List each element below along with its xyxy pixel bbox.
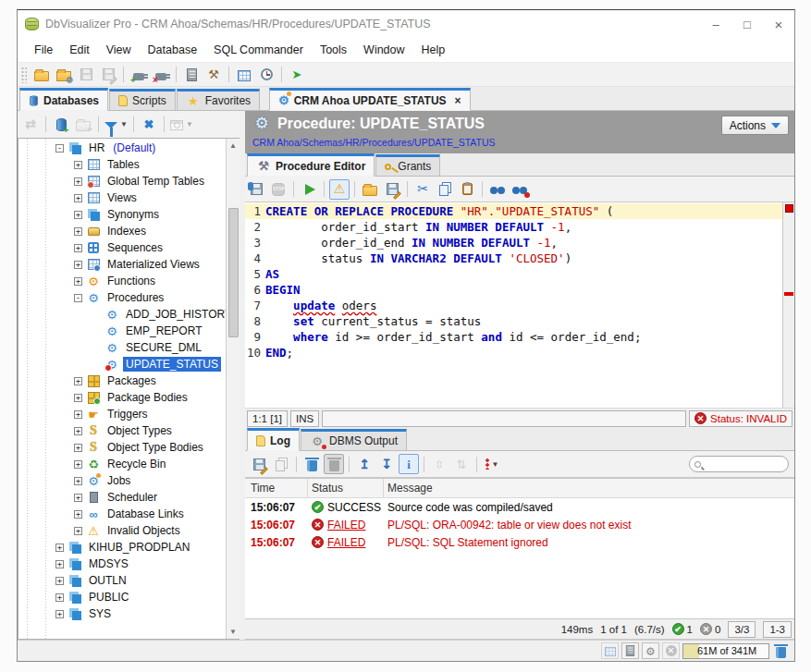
tree-expand-box[interactable]: + [74, 161, 82, 169]
close-button[interactable]: × [763, 10, 794, 38]
tree-item-tables[interactable]: +Tables [18, 156, 226, 173]
log-table-header[interactable]: Time Status Message [245, 479, 794, 498]
collapse-all-button[interactable] [139, 115, 159, 135]
tree-expand-box[interactable]: + [74, 261, 82, 269]
scrollbar-thumb[interactable] [228, 208, 239, 337]
menu-file[interactable]: File [27, 40, 60, 60]
save-as-button[interactable] [249, 454, 269, 474]
tree-item-database-links[interactable]: +Database Links [18, 506, 226, 522]
code-line-5[interactable]: 5AS [245, 266, 782, 282]
copy-button[interactable] [435, 179, 455, 200]
server-status-button[interactable] [621, 642, 639, 659]
menu-database[interactable]: Database [141, 40, 205, 60]
tree-expand-box[interactable]: + [74, 244, 82, 252]
tree-item-package-bodies[interactable]: +Package Bodies [18, 389, 226, 406]
tab-grants[interactable]: Grants [375, 154, 440, 176]
code-line-4[interactable]: 4 status IN VARCHAR2 DEFAULT 'CLOSED') [245, 250, 782, 266]
tab-scripts[interactable]: Scripts [109, 89, 176, 110]
code-line-7[interactable]: 7 update oders [245, 298, 782, 313]
tree-expand-box[interactable]: + [74, 277, 82, 286]
log-row[interactable]: 15:06:07✕FAILEDPL/SQL: ORA-00942: table … [245, 516, 794, 533]
save-proc-button[interactable] [246, 179, 266, 200]
tree-item-sys[interactable]: +SYS [18, 605, 226, 622]
tab-crm-ahoa-update-status[interactable]: CRM Ahoa UPDATE_STATUS × [269, 88, 471, 111]
cancel-status-button[interactable]: ✕ [662, 642, 680, 659]
grid-status-button[interactable] [601, 642, 619, 659]
tree-expand-box[interactable]: + [55, 577, 64, 585]
toolbar-grip[interactable] [21, 67, 27, 83]
log-search-input[interactable] [705, 458, 779, 470]
connect-button[interactable]: + [129, 65, 149, 85]
tree-item-materialized-views[interactable]: +Materialized Views [18, 256, 226, 273]
code-line-3[interactable]: 3 order_id_end IN NUMBER DEFAULT -1, [245, 235, 782, 250]
tree-expand-box[interactable]: + [74, 444, 82, 452]
scroll-bottom-button[interactable] [376, 454, 397, 474]
tree-expand-box[interactable]: + [74, 510, 82, 519]
tree-item-global-temp-tables[interactable]: +Global Temp Tables [18, 173, 226, 189]
code-line-9[interactable]: 9 where id >= order_id_start and id <= o… [245, 329, 782, 345]
column-time[interactable]: Time [245, 479, 308, 497]
tab-log[interactable]: Log [247, 428, 300, 451]
log-row[interactable]: 15:06:07✔SUCCESSSource code was compiled… [245, 498, 794, 516]
tree-scrollbar[interactable]: ▲ ▼ [226, 139, 240, 639]
column-message[interactable]: Message [384, 482, 794, 495]
error-marker-top[interactable] [785, 204, 793, 213]
tree-item-sequences[interactable]: +Sequences [18, 239, 226, 256]
tree-item-public[interactable]: +PUBLIC [18, 589, 226, 605]
tree-expand-box[interactable]: + [74, 427, 82, 435]
tree-expand-box[interactable]: + [74, 410, 82, 419]
memory-gauge[interactable]: 61M of 341M [682, 643, 769, 659]
actions-button[interactable]: Actions [721, 116, 789, 135]
code-line-8[interactable]: 8 set current_status = status [245, 313, 782, 329]
open-folder-button[interactable] [360, 179, 380, 200]
tree-expand-box[interactable]: + [55, 560, 64, 568]
scroll-top-button[interactable] [354, 454, 375, 474]
tree-expand-box[interactable]: + [55, 593, 64, 602]
tree-item-add-job-history[interactable]: ADD_JOB_HISTORY [18, 306, 226, 323]
tree-item-mdsys[interactable]: +MDSYS [18, 556, 226, 572]
tree-collapse-box[interactable]: - [55, 144, 64, 153]
code-line-1[interactable]: 1CREATE OR REPLACE PROCEDURE "HR"."UPDAT… [245, 203, 782, 219]
scrollbar-down-icon[interactable]: ▼ [227, 625, 240, 639]
tree-expand-box[interactable]: + [74, 377, 82, 385]
create-db-button[interactable]: + [51, 115, 71, 135]
menu-edit[interactable]: Edit [62, 40, 97, 60]
folder-settings-button[interactable] [54, 65, 74, 85]
log-search-field[interactable] [689, 456, 789, 472]
tree-item-invalid-objects[interactable]: +Invalid Objects [18, 522, 226, 539]
tree-expand-box[interactable]: + [74, 227, 82, 236]
find-button[interactable] [487, 179, 508, 200]
tree-item-functions[interactable]: +Functions [18, 273, 226, 289]
tree-expand-box[interactable]: + [74, 394, 82, 402]
tree-item-jobs[interactable]: +Jobs [18, 472, 226, 489]
tree-item-recycle-bin[interactable]: +Recycle Bin [18, 456, 226, 472]
log-row[interactable]: 15:06:07✕FAILEDPL/SQL: SQL Statement ign… [245, 533, 794, 551]
tree-expand-box[interactable]: + [74, 177, 82, 186]
cut-button[interactable] [412, 179, 433, 200]
tab-procedure-editor[interactable]: Procedure Editor [247, 153, 375, 177]
cursor-button[interactable] [287, 65, 307, 85]
tree-expand-box[interactable]: + [74, 494, 82, 502]
gc-trash-button[interactable] [772, 642, 790, 659]
tree-item-views[interactable]: +Views [18, 189, 226, 206]
sql-editor[interactable]: 1CREATE OR REPLACE PROCEDURE "HR"."UPDAT… [245, 202, 794, 408]
code-line-10[interactable]: 10END; [245, 345, 782, 360]
code-line-6[interactable]: 6BEGIN [245, 282, 782, 298]
tree-item-packages[interactable]: +Packages [18, 373, 226, 389]
minimize-button[interactable]: – [700, 10, 731, 38]
tree-collapse-box[interactable]: - [74, 294, 82, 302]
column-status[interactable]: Status [308, 479, 384, 497]
open-folder-button[interactable] [31, 65, 52, 85]
tree-expand-box[interactable]: + [55, 610, 64, 618]
gear-status-button[interactable] [642, 642, 659, 659]
menu-tools[interactable]: Tools [313, 40, 354, 60]
info-button[interactable] [399, 454, 419, 474]
menu-help[interactable]: Help [414, 40, 453, 60]
tree-item-update-status[interactable]: UPDATE_STATUS [18, 356, 226, 373]
tree-expand-box[interactable]: + [74, 527, 82, 535]
grid-window-button[interactable] [234, 65, 254, 85]
tree-expand-box[interactable]: + [55, 544, 64, 552]
find-replace-button[interactable] [510, 179, 530, 200]
tree-expand-box[interactable]: + [74, 477, 82, 485]
code-line-2[interactable]: 2 order_id_start IN NUMBER DEFAULT -1, [245, 219, 782, 235]
